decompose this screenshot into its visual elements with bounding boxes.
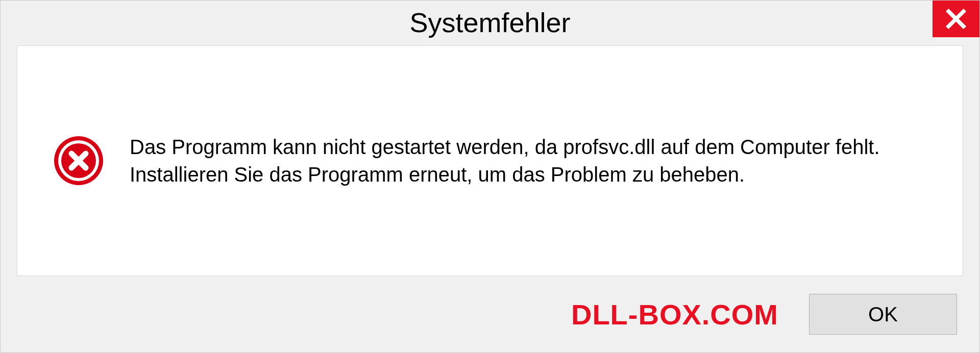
error-message: Das Programm kann nicht gestartet werden…	[130, 133, 927, 188]
error-dialog: Systemfehler Das Programm kann nicht ges…	[0, 0, 980, 353]
watermark-text: DLL-BOX.COM	[571, 298, 778, 331]
ok-button[interactable]: OK	[809, 294, 957, 335]
error-icon	[53, 135, 104, 186]
content-panel: Das Programm kann nicht gestartet werden…	[17, 45, 963, 276]
button-row: DLL-BOX.COM OK	[1, 276, 979, 352]
close-button[interactable]	[933, 1, 979, 37]
close-icon	[945, 8, 967, 30]
titlebar: Systemfehler	[1, 1, 979, 43]
dialog-title: Systemfehler	[409, 7, 570, 38]
